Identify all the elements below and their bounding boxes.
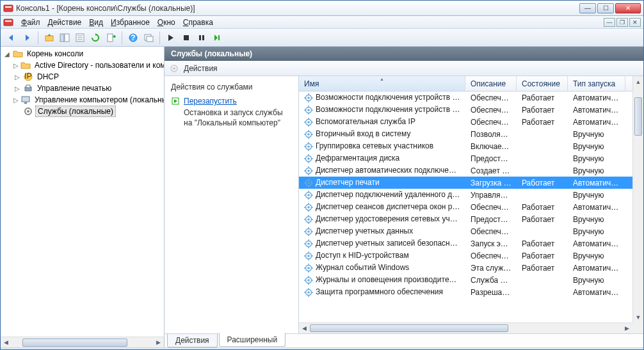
menu-view[interactable]: Вид	[85, 17, 107, 28]
restart-service-button[interactable]	[210, 31, 224, 45]
back-button[interactable]	[4, 31, 19, 45]
vscroll-thumb[interactable]	[634, 97, 642, 136]
table-row[interactable]: Диспетчер учетных записей безопасност…За…	[299, 237, 643, 250]
gear-icon	[304, 166, 313, 175]
refresh-button[interactable]	[88, 31, 102, 45]
col-state[interactable]: Состояние	[517, 76, 568, 91]
tree-root[interactable]: ◢ Корень консоли	[2, 48, 163, 60]
title-bar: Консоль1 - [Корень консоли\Службы (локал…	[1, 1, 643, 16]
cell-desc: Запуск это…	[465, 239, 517, 248]
menu-window[interactable]: Окно	[154, 17, 179, 28]
tree-hscrollbar[interactable]: ◀ ▶	[1, 337, 164, 347]
stop-service-button[interactable]	[179, 31, 193, 45]
table-row[interactable]: Группировка сетевых участниковВключает ……	[299, 140, 643, 152]
scroll-up-icon[interactable]: ▲	[633, 76, 643, 87]
table-row[interactable]: Диспетчер подключений удаленного д…Управ…	[299, 189, 643, 201]
tab-extended[interactable]: Расширенный	[219, 333, 286, 347]
svg-point-44	[307, 121, 310, 123]
cell-start: Автоматиче…	[568, 179, 625, 187]
cell-state: Работает	[517, 203, 568, 212]
svg-rect-3	[5, 20, 12, 22]
table-row[interactable]: Диспетчер автоматических подключен…Созда…	[299, 164, 643, 177]
col-desc[interactable]: Описание	[465, 76, 517, 91]
svg-rect-2	[4, 19, 13, 26]
tree-item[interactable]: ▷Управление компьютером (локальным)	[12, 94, 163, 106]
properties-button[interactable]	[73, 31, 87, 45]
scroll-left-icon[interactable]: ◀	[1, 337, 12, 348]
col-start[interactable]: Тип запуска	[568, 76, 625, 91]
menu-fav[interactable]: Избранное	[107, 17, 154, 28]
help-button[interactable]: ?	[126, 31, 140, 45]
vscrollbar[interactable]: ▲ ▼	[632, 76, 643, 322]
tree-item-label: Управление компьютером (локальным)	[33, 95, 165, 105]
expand-icon[interactable]: ▷	[13, 97, 19, 104]
expand-icon[interactable]: ▷	[13, 85, 21, 92]
table-row[interactable]: Журналы и оповещения производител…Служба…	[299, 274, 643, 286]
new-window-button[interactable]	[141, 31, 156, 45]
show-hide-tree-button[interactable]	[58, 31, 72, 45]
table-row[interactable]: Доступ к HID-устройствамОбеспечи…Работае…	[299, 250, 643, 262]
cell-state: Работает	[517, 239, 568, 248]
scroll-right-icon[interactable]: ▶	[622, 325, 632, 331]
cell-name: Дефрагментация диска	[299, 154, 465, 163]
table-row[interactable]: Дефрагментация дискаПредостав…Вручную	[299, 152, 643, 164]
gear-icon	[304, 154, 313, 163]
svg-point-50	[307, 133, 310, 136]
mdi-minimize-button[interactable]: —	[604, 18, 615, 27]
table-row[interactable]: Возможности подключения устройств …Обесп…	[299, 91, 643, 104]
tree-item[interactable]: ▷Управление печатью	[12, 83, 163, 94]
menu-help[interactable]: Справка	[179, 17, 217, 28]
table-row[interactable]: Диспетчер учетных данныхОбеспечи…Вручную	[299, 225, 643, 237]
table-row[interactable]: Диспетчер удостоверения сетевых учас…Пре…	[299, 213, 643, 225]
export-button[interactable]	[104, 31, 118, 45]
collapse-icon[interactable]: ◢	[3, 51, 11, 58]
mdi-close-button[interactable]: ✕	[629, 18, 641, 27]
gear-icon	[304, 106, 313, 115]
table-row[interactable]: Диспетчер сеансов диспетчера окон ра…Обе…	[299, 201, 643, 213]
scroll-thumb[interactable]	[22, 338, 127, 347]
hscroll-thumb[interactable]	[310, 324, 508, 332]
hscrollbar[interactable]: ◀ ▶	[299, 322, 632, 333]
tree-item[interactable]: ▷IPDHCP	[12, 71, 163, 83]
table-row[interactable]: Защита программного обеспеченияРазрешает…	[299, 286, 643, 298]
table-row[interactable]: Журнал событий WindowsЭта служб…Работает…	[299, 262, 643, 274]
expand-icon[interactable]: ▷	[13, 74, 21, 81]
svg-rect-24	[22, 97, 29, 102]
svg-point-122	[307, 279, 310, 282]
menu-action[interactable]: Действие	[44, 17, 86, 28]
cell-name: Вспомогательная служба IP	[299, 117, 465, 127]
cell-desc: Управляет…	[465, 191, 517, 200]
tree-item[interactable]: ▷Active Directory - пользователи и компь…	[12, 60, 163, 71]
mdi-restore-button[interactable]: ❐	[616, 18, 628, 27]
task-pane: Действия со службами Перезапустить Остан…	[165, 76, 299, 333]
expand-icon[interactable]: ▷	[13, 62, 19, 69]
pause-service-button[interactable]	[195, 31, 209, 45]
forward-button[interactable]	[20, 31, 34, 45]
tab-actions[interactable]: Действия	[167, 334, 218, 347]
cell-start: Автоматиче…	[568, 203, 625, 212]
tree-item[interactable]: Службы (локальные)	[12, 106, 163, 117]
gear-icon	[304, 264, 313, 273]
maximize-button[interactable]: ☐	[597, 3, 614, 13]
table-row[interactable]: Вторичный вход в системуПозволяет…Вручну…	[299, 128, 643, 140]
svg-rect-1	[5, 6, 12, 8]
cell-state: Работает	[517, 106, 568, 115]
minimize-button[interactable]: —	[579, 3, 596, 13]
close-button[interactable]: ✕	[615, 3, 641, 13]
col-name[interactable]: Имя	[299, 76, 465, 91]
tree-item-label: Службы (локальные)	[35, 106, 116, 117]
table-row[interactable]: Диспетчер печатиЗагрузка …РаботаетАвтома…	[299, 177, 643, 189]
scroll-right-icon[interactable]: ▶	[153, 337, 164, 348]
folder-icon	[20, 60, 31, 70]
svg-rect-6	[65, 34, 69, 42]
up-button[interactable]	[42, 31, 56, 45]
start-service-button[interactable]	[164, 31, 178, 45]
menu-file[interactable]: Файл	[17, 17, 44, 28]
table-row[interactable]: Вспомогательная служба IPОбеспечи…Работа…	[299, 116, 643, 128]
cell-name: Журналы и оповещения производител…	[299, 275, 465, 285]
table-row[interactable]: Возможности подключения устройств …Обесп…	[299, 104, 643, 116]
scroll-left-icon[interactable]: ◀	[299, 325, 310, 331]
restart-link[interactable]: Перезапустить	[184, 97, 237, 106]
scroll-down-icon[interactable]: ▼	[633, 312, 643, 322]
cell-start: Вручную	[568, 142, 625, 151]
